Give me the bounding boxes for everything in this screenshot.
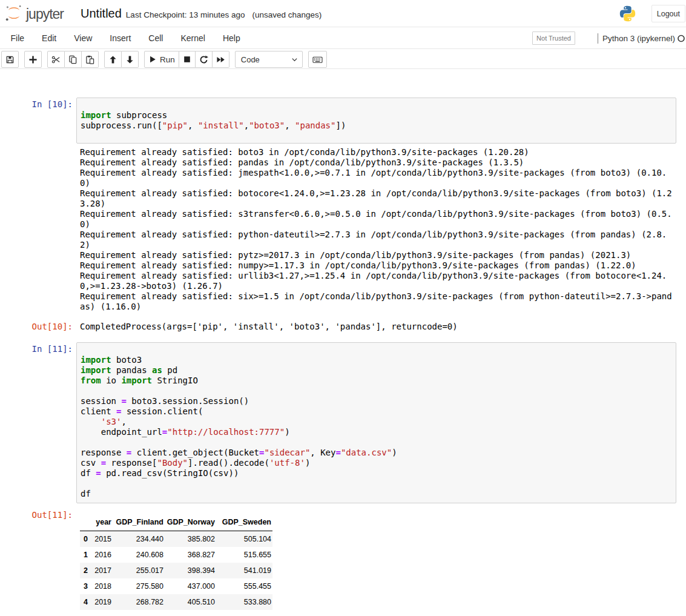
menu-bar: File Edit View Insert Cell Kernel Help N… (0, 27, 686, 49)
stop-icon (183, 55, 191, 64)
save-button[interactable] (1, 51, 19, 68)
plus-icon (28, 55, 38, 64)
jupyter-logo-icon (5, 4, 23, 22)
not-trusted-badge[interactable]: Not Trusted (532, 31, 575, 45)
menu-view[interactable]: View (65, 28, 101, 48)
output-prompt-2: Out[11]: (0, 510, 73, 610)
result-output-row-1: Out[10]: CompletedProcess(args=['pip', '… (0, 320, 686, 332)
menu-file[interactable]: File (2, 28, 33, 48)
move-cell-up-button[interactable] (104, 51, 122, 68)
cell-type-select[interactable]: Code (235, 51, 303, 68)
jupyter-wordmark: jupyter (26, 6, 64, 22)
table-row: 12016240.608368.827515.655 (80, 547, 272, 563)
table-row: 32018275.580437.000555.455 (80, 578, 272, 594)
output-prompt-1: Out[10]: (0, 320, 73, 332)
code-cell-1: In [10]: ​ import subprocess subprocess.… (0, 98, 686, 144)
input-prompt-1: In [10]: (0, 98, 73, 144)
restart-run-all-button[interactable] (213, 51, 229, 68)
save-icon (5, 55, 15, 64)
arrow-up-icon (108, 55, 117, 64)
stream-output-row-1: Requirement already satisfied: boto3 in … (0, 147, 686, 312)
scissors-icon (51, 55, 61, 64)
stream-output-1: Requirement already satisfied: boto3 in … (80, 147, 674, 312)
copy-cell-button[interactable] (65, 51, 82, 68)
notebook-title[interactable]: Untitled (81, 7, 122, 21)
menu-edit[interactable]: Edit (33, 28, 65, 48)
kernel-name: Python 3 (ipykernel) (602, 34, 675, 43)
insert-cell-below-button[interactable] (24, 51, 42, 68)
interrupt-kernel-button[interactable] (179, 51, 196, 68)
python-logo-icon (619, 5, 636, 22)
table-row: 02015234.440385.802505.104 (80, 531, 272, 548)
chevron-down-icon (291, 56, 298, 63)
restart-icon (199, 55, 208, 64)
restart-kernel-button[interactable] (196, 51, 213, 68)
checkpoint-status: Last Checkpoint: 13 minutes ago (126, 10, 245, 19)
paste-cell-button[interactable] (82, 51, 99, 68)
command-palette-button[interactable] (308, 51, 327, 68)
menu-help[interactable]: Help (214, 28, 249, 48)
code-cell-2: In [11]: ​ import boto3 import pandas as… (0, 342, 686, 503)
keyboard-icon (312, 55, 323, 64)
fast-forward-icon (216, 55, 225, 64)
result-output-row-2: Out[11]: yearGDP_FinlandGDP_NorwayGDP_Sw… (0, 510, 686, 610)
menu-kernel[interactable]: Kernel (172, 28, 214, 48)
jupyter-logo[interactable]: jupyter (5, 4, 64, 22)
run-button[interactable]: Run (144, 51, 179, 68)
paste-icon (85, 55, 94, 64)
arrow-down-icon (125, 55, 134, 64)
dataframe-table: yearGDP_FinlandGDP_NorwayGDP_Sweden02015… (80, 516, 272, 610)
cut-cell-button[interactable] (47, 51, 65, 68)
play-icon (148, 55, 157, 64)
menu-insert[interactable]: Insert (101, 28, 140, 48)
toolbar: Run Code (0, 49, 686, 69)
move-cell-down-button[interactable] (122, 51, 139, 68)
unsaved-changes-status: (unsaved changes) (252, 10, 322, 19)
result-output-1: CompletedProcess(args=['pip', 'install',… (80, 320, 676, 332)
input-prompt-2: In [11]: (0, 342, 73, 503)
notebook-area: In [10]: ​ import subprocess subprocess.… (0, 69, 686, 610)
notebook-header: jupyter Untitled Last Checkpoint: 13 min… (0, 0, 686, 27)
kernel-status-icon (678, 33, 685, 43)
kernel-separator (598, 33, 598, 44)
code-input-2[interactable]: ​ import boto3 import pandas as pd from … (76, 342, 676, 503)
copy-icon (68, 55, 78, 64)
code-input-1[interactable]: ​ import subprocess subprocess.run(["pip… (76, 98, 676, 144)
table-row: 22017255.017398.394541.019 (80, 563, 272, 578)
logout-button[interactable]: Logout (651, 5, 685, 22)
menu-cell[interactable]: Cell (140, 28, 172, 48)
table-row: 42019268.782405.510533.880 (80, 594, 272, 610)
